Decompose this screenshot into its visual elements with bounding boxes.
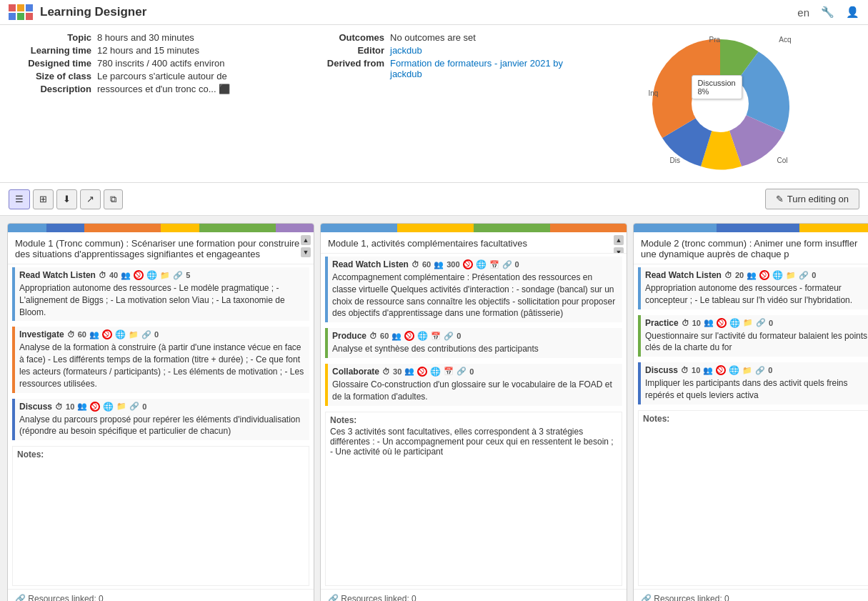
copy-button[interactable]: ⧉ [104,189,123,209]
turn-editing-label: Turn editing on [787,194,849,204]
globe-icon: 🌐 [103,402,114,412]
link-icon: 🔗 [755,366,765,375]
editor-row: Editor jackdub [326,45,583,56]
clock-icon: ⏱ [369,332,377,340]
link-icon: 🔗 [141,330,151,339]
activity-type-label: Investigate [19,329,64,339]
no-icon: ⃠ [90,402,100,412]
learning-time-value: 12 hours and 15 minutes [97,45,199,56]
activity-1-3: Discuss⏱10👥⃠🌐📁🔗0Analyse du parcours prop… [12,399,309,441]
folder-icon: 📁 [160,271,170,280]
notes-label: Notes: [330,415,617,425]
people-icon: 👥 [703,366,713,375]
turn-editing-button[interactable]: ✎ Turn editing on [765,189,859,209]
globe-icon: 🌐 [729,318,740,328]
calendar-icon: 📅 [489,260,499,269]
people-icon: 👥 [391,332,401,341]
top-icons: en 🔧 👤 [797,6,859,19]
activity-text: Questionnaire sur l'activité du formateu… [645,330,868,354]
app-title: Learning Designer [40,5,790,19]
column-content-1: Read Watch Listen⏱40👥⃠🌐📁🔗5Appropriation … [8,264,314,589]
download-button[interactable]: ⬇ [56,189,77,209]
activity-1-1: Read Watch Listen⏱40👥⃠🌐📁🔗5Appropriation … [12,267,309,321]
column-2: Module 1, activités complémentaires facu… [320,223,627,601]
link-count: 0 [768,366,772,374]
topic-label: Topic [11,32,97,43]
people-count: 300 [447,260,459,269]
column-title-3: Module 2 (tronc commun) : Animer une for… [634,232,868,264]
outcomes-value: No outcomes are set [390,32,476,43]
clock-icon: ⏱ [382,367,390,376]
notes-area-2: Notes:Ces 3 activités sont facultatives,… [325,412,622,586]
no-icon: ⃠ [716,365,726,375]
globe-icon: 🌐 [146,270,157,280]
lang-label[interactable]: en [797,6,809,19]
calendar-icon: 📅 [444,367,454,376]
chart-label-pra: Pra [709,36,721,44]
no-icon: ⃠ [102,329,112,339]
globe-icon: 🌐 [476,259,487,269]
share-button[interactable]: ↗ [80,189,101,209]
folder-icon: 📁 [129,330,139,339]
resources-footer-3: 🔗 Resources linked: 0 [634,589,868,601]
top-bar: Learning Designer en 🔧 👤 [0,0,868,25]
folder-icon: 📁 [786,271,796,280]
no-icon: ⃠ [717,318,727,328]
grid-view-button[interactable]: ⊞ [33,189,54,209]
chart-label-acq: Acq [779,36,791,44]
tooltip-value: 8% [698,87,736,96]
scroll-down[interactable]: ▼ [614,247,624,254]
chart-label-inq: Inq [649,89,659,97]
chart-label-col: Col [777,157,787,164]
logo-block-1 [9,4,16,11]
activity-type-label: Read Watch Listen [19,270,96,280]
list-view-button[interactable]: ☰ [9,189,30,209]
logo-block-4 [9,13,16,20]
topic-row: Topic 8 hours and 30 minutes [11,32,311,43]
scroll-up[interactable]: ▲ [301,235,311,245]
user-icon[interactable]: 👤 [846,6,859,19]
activity-type-label: Collaborate [332,367,379,377]
people-icon: 👥 [434,260,444,269]
activity-2-3: Collaborate⏱30👥⃠🌐📅🔗0Glossaire Co-constru… [325,364,622,406]
size-of-class-label: Size of class [11,71,97,81]
description-expand-icon[interactable]: ⬛ [219,84,230,94]
no-icon: ⃠ [759,270,769,280]
time-value: 60 [380,332,389,340]
folder-icon: 📁 [743,318,753,327]
edit-icon: ✎ [776,194,784,204]
scroll-down[interactable]: ▼ [301,247,311,257]
resources-footer-1: 🔗 Resources linked: 0 [8,589,314,601]
time-value: 60 [78,330,86,339]
topic-value: 8 hours and 30 minutes [97,32,194,43]
notes-area-1: Notes: [12,446,309,586]
info-middle: Outcomes No outcomes are set Editor jack… [311,32,583,81]
scroll-up[interactable]: ▲ [614,235,624,245]
info-section: Topic 8 hours and 30 minutes Learning ti… [0,25,868,183]
settings-icon[interactable]: 🔧 [821,6,834,19]
outcomes-label: Outcomes [326,32,390,43]
toolbar: ☰ ⊞ ⬇ ↗ ⧉ ✎ Turn editing on [0,183,868,216]
folder-icon: 📁 [742,366,752,375]
designed-time-row: Designed time 780 inscrits / 400 actifs … [11,58,311,69]
link-icon: 🔗 [457,367,467,376]
link-count: 0 [469,367,474,376]
link-icon: 🔗 [129,402,139,411]
activity-3-3: Discuss⏱10👥⃠🌐📁🔗0Impliquer les participan… [638,362,868,404]
activity-type-label: Produce [332,331,366,341]
activity-type-label: Practice [645,318,679,328]
link-count: 0 [515,260,519,269]
clock-icon: ⏱ [67,330,75,339]
logo-block-2 [17,4,24,11]
globe-icon: 🌐 [772,270,783,280]
clock-icon: ⏱ [681,366,689,374]
info-left: Topic 8 hours and 30 minutes Learning ti… [11,32,311,96]
designed-time-value: 780 inscrits / 400 actifs environ [97,58,224,69]
pie-chart: Pra Acq Col Dis Inq Discussion 8% [649,32,792,175]
notes-area-3: Notes: [638,410,868,586]
people-icon: 👥 [747,271,757,280]
link-count: 0 [769,319,773,327]
logo-block-5 [17,13,24,20]
columns-area: Module 1 (Tronc commun) : Scénariser une… [0,216,868,601]
activity-2-1: Read Watch Listen⏱60👥300⃠🌐📅🔗0Accompagnem… [325,257,622,322]
